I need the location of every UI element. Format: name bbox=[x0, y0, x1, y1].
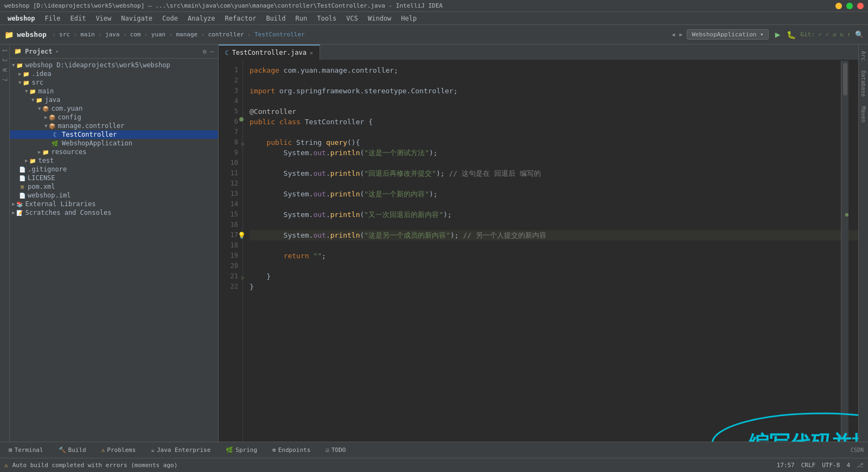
todo-tab[interactable]: ☑ TODO bbox=[321, 445, 350, 455]
tree-item-comyuan[interactable]: ▼ 📦 com.yuan bbox=[10, 104, 218, 113]
menu-vcs[interactable]: VCS bbox=[342, 14, 362, 23]
tree-item-pom[interactable]: m pom.xml bbox=[10, 182, 218, 191]
breadcrumb-java[interactable]: java bbox=[105, 31, 120, 38]
project-panel: 📁 Project ▾ ⚙ — ▼ 📁 webshop D:\ideaproje… bbox=[10, 44, 219, 442]
code-editor[interactable]: 1 2 3 4 5 6 7 8 ▷ 9 10 11 12 13 14 bbox=[219, 61, 858, 442]
tree-item-gitignore[interactable]: 📄 .gitignore bbox=[10, 165, 218, 174]
tree-item-java[interactable]: ▼ 📁 java bbox=[10, 95, 218, 104]
tree-item-idea[interactable]: ▶ 📁 .idea bbox=[10, 69, 218, 78]
tree-item-webshopapplication[interactable]: 🌿 WebshopApplication bbox=[10, 139, 218, 148]
tree-item-testcontroller[interactable]: C TestController bbox=[10, 130, 218, 139]
database-tool-button[interactable]: Database bbox=[859, 66, 867, 101]
tree-item-src[interactable]: ▼ 📁 src bbox=[10, 78, 218, 87]
breadcrumb-com[interactable]: com bbox=[130, 31, 141, 38]
breadcrumb-testcontroller[interactable]: TestController bbox=[254, 31, 305, 38]
minimize-button[interactable] bbox=[835, 3, 842, 9]
menu-edit[interactable]: Edit bbox=[66, 14, 90, 23]
arc-tool-button[interactable]: Arc bbox=[859, 47, 867, 65]
spring-tab[interactable]: 🌿 Spring bbox=[221, 445, 261, 455]
maven-tool-button[interactable]: Maven bbox=[859, 102, 867, 127]
menu-tools[interactable]: Tools bbox=[312, 14, 341, 23]
code-line-21: } bbox=[250, 271, 858, 282]
menu-view[interactable]: View bbox=[91, 14, 116, 23]
file-icon: 📄 bbox=[18, 165, 26, 173]
line-sep[interactable]: CRLF bbox=[801, 462, 816, 469]
expand-arrow: ▶ bbox=[18, 71, 21, 76]
tree-item-license[interactable]: 📄 LICENSE bbox=[10, 174, 218, 182]
menu-window[interactable]: Window bbox=[363, 14, 395, 23]
maximize-button[interactable] bbox=[846, 3, 853, 9]
tree-item-iml[interactable]: 📄 webshop.iml bbox=[10, 191, 218, 200]
project-dropdown-icon[interactable]: ▾ bbox=[56, 49, 59, 54]
project-collapse-icon[interactable]: — bbox=[210, 48, 214, 55]
project-tool-button[interactable]: 1 bbox=[2, 47, 8, 54]
endpoints-label: Endpoints bbox=[278, 447, 311, 454]
tree-label: manage.controller bbox=[58, 122, 124, 130]
menu-webshop[interactable]: webshop bbox=[3, 14, 40, 23]
tree-item-scratches[interactable]: ▶ 📝 Scratches and Consoles bbox=[10, 208, 218, 217]
spring-icon: 🌿 bbox=[226, 447, 233, 454]
indent[interactable]: 4 bbox=[846, 462, 850, 469]
breadcrumb-controller[interactable]: controller bbox=[208, 31, 244, 38]
navigate-back-icon[interactable]: ◀ bbox=[672, 31, 675, 37]
favorites-tool-button[interactable]: 2 bbox=[2, 56, 8, 64]
java-enterprise-tab[interactable]: ☕ Java Enterprise bbox=[146, 445, 215, 455]
tree-item-manage-controller[interactable]: ▼ 📦 manage.controller bbox=[10, 122, 218, 130]
tree-item-config[interactable]: ▶ 📦 config bbox=[10, 113, 218, 122]
editor-tabs: C TestController.java ✕ bbox=[219, 44, 858, 61]
project-brand[interactable]: webshop bbox=[17, 30, 47, 39]
build-tab[interactable]: 🔨 Build bbox=[54, 445, 91, 455]
tab-testcontroller[interactable]: C TestController.java ✕ bbox=[219, 44, 320, 60]
scrollbar-thumb[interactable] bbox=[843, 63, 847, 95]
problems-tab[interactable]: ⚠ Problems bbox=[97, 445, 141, 455]
project-settings-icon[interactable]: ⚙ bbox=[203, 48, 207, 55]
tree-item-external-libraries[interactable]: ▶ 📚 External Libraries bbox=[10, 200, 218, 208]
tree-item-main[interactable]: ▼ 📁 main bbox=[10, 87, 218, 95]
close-button[interactable] bbox=[857, 3, 864, 9]
menu-code[interactable]: Code bbox=[158, 14, 182, 23]
tab-close-button[interactable]: ✕ bbox=[310, 50, 313, 56]
structure-tool-button[interactable]: 7 bbox=[2, 76, 8, 84]
web-tool-button[interactable]: W bbox=[2, 66, 8, 74]
menu-run[interactable]: Run bbox=[291, 14, 312, 23]
build-icon: 🔨 bbox=[59, 447, 66, 454]
expand-arrow: ▼ bbox=[31, 97, 34, 103]
menu-build[interactable]: Build bbox=[261, 14, 290, 23]
menu-navigate[interactable]: Navigate bbox=[117, 14, 157, 23]
terminal-icon: ⊞ bbox=[9, 447, 12, 454]
endpoints-tab[interactable]: ⊕ Endpoints bbox=[268, 445, 315, 455]
debug-button[interactable]: 🐛 bbox=[787, 30, 796, 39]
breadcrumb-yuan[interactable]: yuan bbox=[151, 31, 166, 38]
breadcrumb-manage[interactable]: manage bbox=[176, 31, 197, 38]
right-scrollbar[interactable] bbox=[841, 61, 848, 442]
cursor-position[interactable]: 17:57 bbox=[777, 462, 795, 469]
code-content[interactable]: package com.yuan.manage.controller; impo… bbox=[243, 61, 858, 442]
menu-refactor[interactable]: Refactor bbox=[221, 14, 261, 23]
tree-item-resources[interactable]: ▶ 📁 resources bbox=[10, 148, 218, 156]
navigate-fwd-icon[interactable]: ▶ bbox=[679, 31, 682, 37]
encoding[interactable]: UTF-8 bbox=[822, 462, 840, 469]
run-button[interactable]: ▶ bbox=[773, 29, 783, 40]
tree-item-webshop[interactable]: ▼ 📁 webshop D:\ideaprojects\work5\websho… bbox=[10, 61, 218, 69]
code-line-5: @Controller bbox=[250, 106, 858, 117]
java-enterprise-label: Java Enterprise bbox=[157, 447, 210, 454]
tree-label: .idea bbox=[31, 70, 51, 78]
breadcrumb-main[interactable]: main bbox=[80, 31, 95, 38]
search-everywhere-icon[interactable]: 🔍 bbox=[855, 30, 864, 39]
tree-label: test bbox=[38, 157, 54, 164]
menu-file[interactable]: File bbox=[41, 14, 65, 23]
run-config-selector[interactable]: WebshopApplication ▾ bbox=[687, 29, 768, 40]
menu-analyze[interactable]: Analyze bbox=[183, 14, 220, 23]
breadcrumb-src[interactable]: src bbox=[59, 31, 70, 38]
tree-label: webshop D:\ideaprojects\work5\webshop bbox=[25, 61, 170, 69]
code-line-8: public String query(){ bbox=[250, 137, 858, 148]
terminal-tab[interactable]: ⊞ Terminal bbox=[4, 445, 48, 455]
status-warning-icon: ⚠ bbox=[4, 462, 8, 469]
tree-item-test[interactable]: ▶ 📁 test bbox=[10, 156, 218, 165]
tree-label: config bbox=[58, 113, 81, 121]
problems-label: Problems bbox=[107, 447, 136, 454]
code-line-13: System.out.println("这是一个新的内容"); bbox=[250, 189, 858, 199]
title-text: webshop [D:\ideaprojects\work5\webshop] … bbox=[4, 2, 443, 9]
menu-help[interactable]: Help bbox=[397, 14, 421, 23]
java-icon: ☕ bbox=[151, 447, 155, 454]
